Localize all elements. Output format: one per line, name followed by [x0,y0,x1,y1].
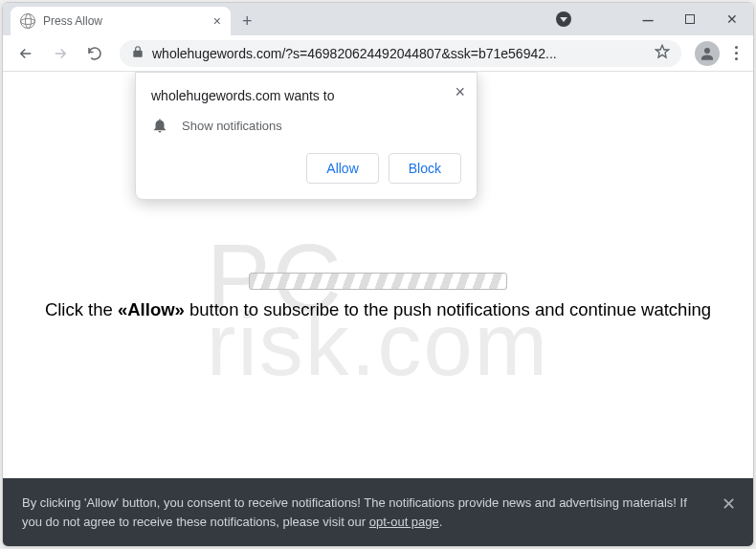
browser-window: Press Allow × + – ✕ wholehugewords.com/?… [2,2,754,547]
progress-bar [249,273,507,290]
globe-icon [20,13,35,29]
address-bar[interactable]: wholehugewords.com/?s=469820624492044807… [120,40,681,67]
identity-icon[interactable] [556,11,571,27]
lock-icon [131,45,145,61]
minimize-button[interactable]: – [627,3,669,35]
browser-tab[interactable]: Press Allow × [11,7,231,35]
allow-button[interactable]: Allow [306,153,378,184]
block-button[interactable]: Block [389,153,461,184]
reload-button[interactable] [79,38,110,69]
close-window-button[interactable]: ✕ [711,3,753,35]
menu-button[interactable] [727,46,745,60]
window-controls: – ✕ [627,3,753,35]
permission-popup: × wholehugewords.com wants to Show notif… [135,72,478,200]
bell-icon [151,117,168,134]
consent-text: By clicking 'Allow' button, you consent … [22,495,687,529]
close-tab-icon[interactable]: × [213,13,221,29]
forward-button[interactable] [45,38,76,69]
opt-out-link[interactable]: opt-out page [369,515,439,529]
permission-body: Show notifications [151,117,461,134]
profile-avatar[interactable] [695,41,720,66]
toolbar: wholehugewords.com/?s=469820624492044807… [3,35,753,72]
titlebar: Press Allow × + – ✕ [3,3,753,35]
consent-banner: ✕ By clicking 'Allow' button, you consen… [3,478,753,546]
tab-title: Press Allow [43,14,102,28]
permission-actions: Allow Block [151,153,461,184]
page-content: PC risk.com Click the «Allow» button to … [3,72,753,546]
maximize-button[interactable] [669,3,711,35]
permission-text: Show notifications [182,119,282,133]
close-icon[interactable]: × [455,82,465,102]
close-banner-icon[interactable]: ✕ [722,492,736,517]
instruction-text: Click the «Allow» button to subscribe to… [3,299,753,320]
permission-header: wholehugewords.com wants to [151,88,461,103]
back-button[interactable] [11,38,41,69]
bookmark-icon[interactable] [655,44,670,62]
url-text: wholehugewords.com/?s=469820624492044807… [152,46,647,61]
new-tab-button[interactable]: + [242,11,253,35]
